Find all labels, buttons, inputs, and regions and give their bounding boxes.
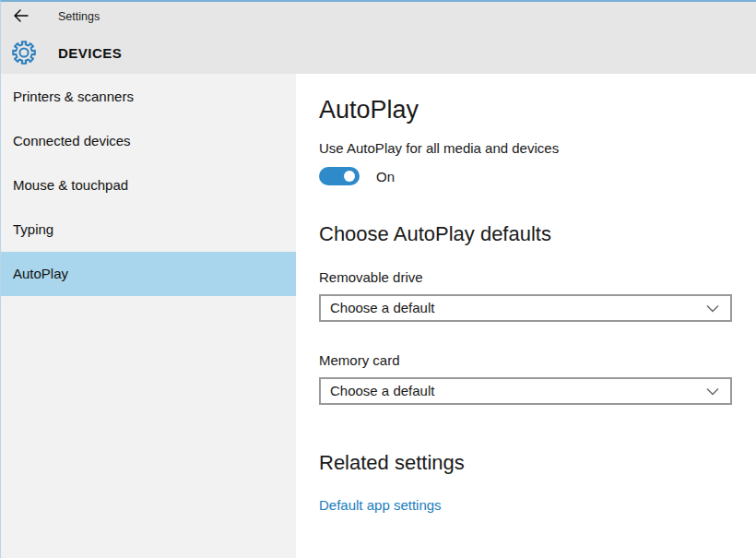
page-title: AutoPlay [319, 95, 732, 125]
category-row: DEVICES [1, 31, 756, 74]
defaults-section-heading: Choose AutoPlay defaults [319, 222, 732, 246]
sidebar: Printers & scanners Connected devices Mo… [1, 74, 296, 558]
autoplay-toggle-state: On [376, 169, 395, 184]
settings-window: Settings DEVICES Printers & scanners Con… [0, 0, 756, 558]
autoplay-toggle-row: On [319, 167, 732, 185]
removable-drive-select[interactable]: Choose a default [319, 294, 732, 322]
back-arrow-icon [13, 8, 30, 26]
main-panel: AutoPlay Use AutoPlay for all media and … [296, 74, 756, 558]
removable-drive-label: Removable drive [319, 269, 732, 285]
sidebar-item-typing[interactable]: Typing [1, 208, 296, 252]
chevron-down-icon [706, 300, 719, 315]
app-title: Settings [58, 10, 100, 23]
sidebar-item-connected-devices[interactable]: Connected devices [1, 119, 296, 163]
sidebar-item-printers-scanners[interactable]: Printers & scanners [1, 75, 296, 119]
title-row: Settings [1, 2, 756, 31]
content-area: Printers & scanners Connected devices Mo… [1, 74, 756, 558]
related-section-heading: Related settings [319, 451, 732, 475]
sidebar-item-mouse-touchpad[interactable]: Mouse & touchpad [1, 163, 296, 208]
toggle-knob [344, 171, 355, 182]
back-button[interactable] [1, 2, 41, 31]
memory-card-select[interactable]: Choose a default [319, 377, 732, 405]
sidebar-item-autoplay[interactable]: AutoPlay [1, 252, 296, 296]
autoplay-toggle-label: Use AutoPlay for all media and devices [319, 140, 732, 156]
category-title: DEVICES [58, 45, 122, 61]
default-app-settings-link[interactable]: Default app settings [319, 497, 442, 513]
top-bar: Settings DEVICES [1, 2, 756, 74]
chevron-down-icon [706, 383, 719, 398]
memory-card-label: Memory card [319, 352, 732, 368]
autoplay-toggle-switch[interactable] [319, 167, 360, 185]
gear-icon [1, 40, 47, 65]
memory-card-select-value: Choose a default [330, 383, 434, 398]
removable-drive-select-value: Choose a default [330, 300, 434, 315]
